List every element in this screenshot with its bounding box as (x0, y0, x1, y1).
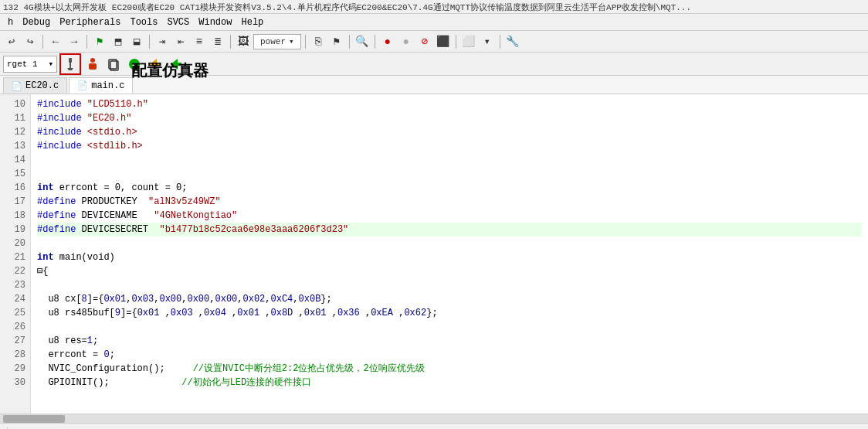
title-bar: 132 4G模块+以太网开发板 EC200或者EC20 CAT1模块开发资料V3… (0, 0, 868, 14)
tabs-bar: 📄 EC20.c 📄 main.c (0, 76, 868, 94)
line-num-18: 18 (5, 209, 25, 223)
menu-item-tools[interactable]: Tools (125, 15, 162, 29)
indent-icon4[interactable]: ≣ (209, 33, 226, 50)
svg-rect-1 (70, 62, 71, 69)
target-dropdown-arrow: ▾ (48, 59, 53, 69)
menu-item-window[interactable]: Window (194, 15, 236, 29)
code-line-16: int errcont = 0, count = 0; (37, 181, 862, 195)
back-button[interactable]: ← (47, 33, 64, 50)
tab-ec20[interactable]: 📄 EC20.c (3, 77, 67, 94)
menu-item-peripherals[interactable]: Peripherals (55, 15, 125, 29)
line-num-17: 17 (5, 195, 25, 209)
indent-icon2[interactable]: ⇤ (172, 33, 189, 50)
line-num-29: 29 (5, 362, 25, 376)
code-line-28: errcont = 0; (37, 348, 862, 362)
forward-button[interactable]: → (66, 33, 83, 50)
flag-icon[interactable]: ⚑ (328, 33, 345, 50)
separator4 (230, 35, 231, 49)
line-num-14: 14 (5, 153, 25, 167)
code-line-21: int main(void) (37, 250, 862, 264)
line-num-15: 15 (5, 167, 25, 181)
person-icon (85, 56, 100, 72)
line-numbers: 10 11 12 13 14 15 16 17 18 19 20 21 22 2… (0, 94, 31, 414)
menu-item-help[interactable]: Help (236, 15, 268, 29)
config-simulator-button[interactable] (59, 53, 81, 75)
code-editor[interactable]: #include "LCD5110.h" #include "EC20.h" #… (31, 94, 868, 414)
code-line-29: NVIC_Configuration(); //设置NVIC中断分组2:2位抢占… (37, 362, 862, 376)
line-num-23: 23 (5, 278, 25, 292)
code-line-13: #include <stdlib.h> (37, 139, 862, 153)
separator1 (42, 35, 43, 49)
config-title-text: 配置仿真器 (131, 63, 209, 80)
line-num-22: 22 (5, 264, 25, 278)
line-num-13: 13 (5, 139, 25, 153)
dropdown-arrow-btn[interactable]: ▾ (479, 33, 496, 50)
screen-icon[interactable]: ⬜ (460, 33, 477, 50)
code-line-17: #define PRODUCTKEY "alN3v5z49WZ" (37, 195, 862, 209)
toolbar1: ↩ ↪ ← → ⚑ ⬒ ⬓ ⇥ ⇤ ≡ ≣ 🖼 power ▾ ⎘ ⚑ 🔍 ● … (0, 31, 868, 53)
cancel-icon[interactable]: ⊘ (416, 33, 433, 50)
bookmark-icon1[interactable]: ⚑ (91, 33, 108, 50)
separator9 (500, 35, 500, 49)
power-icon: 🖼 (235, 33, 252, 50)
circle-icon[interactable]: ● (398, 33, 415, 50)
power-dropdown[interactable]: power ▾ (253, 34, 301, 49)
line-num-20: 20 (5, 237, 25, 250)
tab-main[interactable]: 📄 main.c (69, 77, 133, 94)
toolbar2: rget 1 ▾ ▶ (0, 53, 868, 76)
code-line-18: #define DEVICENAME "4GNetKongtiao" (37, 209, 862, 223)
scroll-thumb[interactable] (3, 415, 65, 423)
svg-rect-4 (89, 63, 97, 70)
code-line-14 (37, 153, 862, 167)
line-num-24: 24 (5, 292, 25, 306)
line-num-10: 10 (5, 97, 25, 111)
undo-button[interactable]: ↩ (3, 33, 20, 50)
code-line-22: ⊟{ (37, 264, 862, 278)
code-line-10: #include "LCD5110.h" (37, 97, 862, 111)
status-bar: < (0, 423, 868, 429)
separator5 (305, 35, 306, 49)
config-dialog-title: 配置仿真器 (131, 60, 209, 81)
step-icon[interactable]: ⬛ (435, 33, 452, 50)
separator3 (149, 35, 150, 49)
tab-ec20-icon: 📄 (12, 81, 22, 91)
separator6 (349, 35, 350, 49)
person-icon-btn[interactable] (83, 55, 102, 73)
title-text: 132 4G模块+以太网开发板 EC200或者EC20 CAT1模块开发资料V3… (3, 3, 691, 12)
menu-item-h[interactable]: h (3, 15, 18, 29)
line-num-12: 12 (5, 125, 25, 139)
redo-button[interactable]: ↪ (22, 33, 39, 50)
menu-item-debug[interactable]: Debug (18, 15, 55, 29)
code-line-26 (37, 320, 862, 334)
settings-icon[interactable]: 🔧 (504, 33, 521, 50)
code-line-24: u8 cx[8]={0x01,0x03,0x00,0x00,0x00,0x02,… (37, 292, 862, 306)
indent-icon3[interactable]: ≡ (191, 33, 208, 50)
svg-point-3 (90, 58, 95, 63)
copy-target-btn[interactable] (104, 55, 123, 73)
line-num-11: 11 (5, 111, 25, 125)
code-line-12: #include <stdio.h> (37, 125, 862, 139)
tab-main-label: main.c (91, 80, 124, 91)
line-num-19: 19 (5, 223, 25, 237)
code-line-25: u8 rs485buf[9]={0x01 ,0x03 ,0x04 ,0x01 ,… (37, 306, 862, 320)
menu-bar: h Debug Peripherals Tools SVCS Window He… (0, 14, 868, 31)
target-dropdown[interactable]: rget 1 ▾ (3, 56, 57, 73)
wrench-icon (63, 57, 77, 71)
line-num-28: 28 (5, 348, 25, 362)
status-text: < (3, 427, 8, 430)
stop-icon[interactable]: ● (379, 33, 396, 50)
power-dropdown-arrow: ▾ (289, 36, 294, 46)
search-icon[interactable]: 🔍 (354, 33, 371, 50)
copy-icon[interactable]: ⎘ (310, 33, 327, 50)
line-num-27: 27 (5, 334, 25, 348)
line-num-26: 26 (5, 320, 25, 334)
code-line-30: GPIOINIT(); //初始化与LED连接的硬件接口 (37, 376, 862, 390)
bookmark-icon3[interactable]: ⬓ (128, 33, 145, 50)
menu-item-svcs[interactable]: SVCS (162, 15, 194, 29)
line-num-21: 21 (5, 250, 25, 264)
line-num-30: 30 (5, 376, 25, 390)
power-label: power (260, 37, 286, 46)
bookmark-icon2[interactable]: ⬒ (110, 33, 127, 50)
horizontal-scrollbar[interactable] (0, 414, 868, 423)
indent-icon1[interactable]: ⇥ (154, 33, 171, 50)
